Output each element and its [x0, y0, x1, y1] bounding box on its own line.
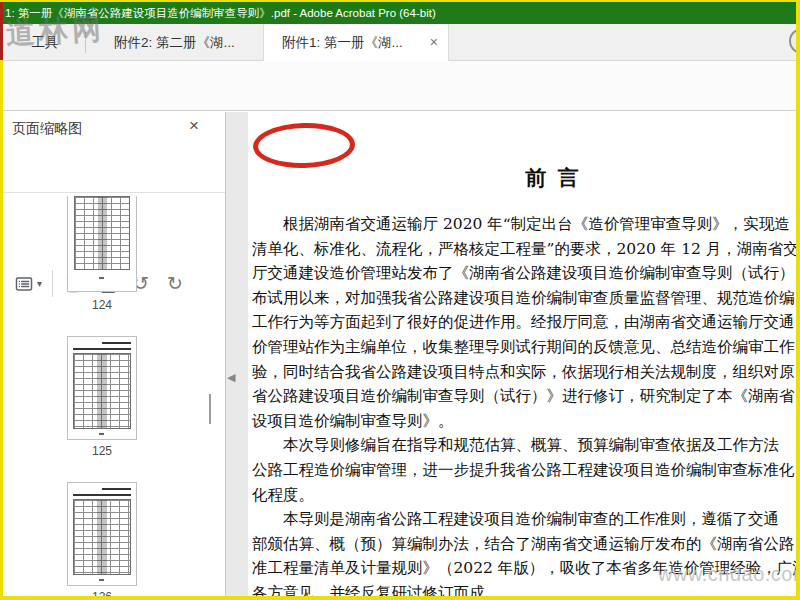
doc-line: 厅交通建设造价管理站发布了《湖南省公路建设项目造价编制审查导则（试行）: [252, 261, 800, 286]
border-left: [0, 0, 3, 600]
rotate-cw-icon: ↻: [167, 274, 183, 294]
border-bottom: [0, 596, 800, 600]
acrobat-window: 1: 第一册《湖南省公路建设项目造价编制审查导则》.pdf - Adobe Ac…: [0, 0, 800, 600]
thumbnail-page-124[interactable]: [67, 196, 137, 292]
doc-line: 价管理站作为主编单位，收集整理导则试行期间的反馈意见、总结造价编审工作: [252, 335, 800, 360]
watermark-bottom-right: www.cndao.com: [658, 563, 800, 586]
watermark-top-left: 道林网: [5, 9, 106, 54]
thumbnail-options-button[interactable]: [12, 272, 36, 296]
thumbnail-table-sketch: [73, 353, 132, 429]
tab-bar: 工具 附件2: 第二册《湖... 附件1: 第一册《湖... ×: [3, 24, 796, 61]
options-list-icon: [13, 273, 35, 295]
panel-divider: [3, 192, 225, 193]
title-bar: 1: 第一册《湖南省公路建设项目造价编制审查导则》.pdf - Adobe Ac…: [3, 2, 796, 24]
document-heading: 前 言: [248, 164, 800, 192]
thumbnail-table-sketch: [73, 499, 132, 575]
panel-toolbar-separator: [52, 270, 53, 297]
doc-line: 本导则是湖南省公路工程建设项目造价编制审查的工作准则，遵循了交通: [252, 507, 800, 532]
doc-line: 设项目造价编制审查导则》。: [252, 409, 800, 434]
thumbnails-panel: 页面缩略图 × ▾ ↺ ↻ 124: [3, 112, 225, 596]
thumbnail-title-line: [73, 348, 130, 350]
document-body: 根据湖南省交通运输厅 2020 年“制定出台《造价管理审查导则》，实现造 清单化…: [252, 212, 800, 600]
panel-close-icon[interactable]: ×: [189, 116, 199, 136]
tab-attachment1-active[interactable]: 附件1: 第一册《湖... ×: [263, 24, 449, 62]
tab-attachment2[interactable]: 附件2: 第二册《湖...: [87, 24, 262, 61]
border-top: [0, 0, 800, 2]
doc-line: 工作行为等方面起到了很好的促进作用。经报厅同意，由湖南省交通运输厅交通: [252, 310, 800, 335]
doc-line: 本次导则修编旨在指导和规范估算、概算、预算编制审查依据及工作方法: [252, 433, 800, 458]
doc-line: 清单化、标准化、流程化，严格核定工程量”的要求，2020 年 12 月，湖南省交: [252, 237, 800, 262]
doc-line: 省公路建设项目造价编制审查导则（试行）》进行修订，研究制定了本《湖南省: [252, 384, 800, 409]
doc-line: 布试用以来，对加强我省公路建设项目造价编制审查质量监督管理、规范造价编: [252, 286, 800, 311]
main-toolbar: / 277 72.7% ▾ ▾ •••: [3, 61, 796, 111]
thumbnail-header-line: [102, 342, 131, 344]
content-background: [226, 112, 248, 596]
thumbnail-header-line: [102, 488, 131, 490]
doc-line: 根据湖南省交通运输厅 2020 年“制定出台《造价管理审查导则》，实现造: [252, 212, 800, 237]
border-right: [796, 0, 800, 600]
doc-line: 公路工程造价编审管理，进一步提升我省公路工程建设项目造价编制审查标准化: [252, 458, 800, 483]
doc-line: 化程度。: [252, 483, 800, 508]
panel-scrollbar[interactable]: [209, 394, 211, 424]
doc-line: 部颁估算、概（预）算编制办法，结合了湖南省交通运输厅发布的《湖南省公路: [252, 532, 800, 557]
tab-close-icon[interactable]: ×: [430, 33, 438, 51]
border-left-red-segment: [0, 2, 3, 60]
window-title: 1: 第一册《湖南省公路建设项目造价编制审查导则》.pdf - Adobe Ac…: [3, 2, 796, 24]
document-page[interactable]: 前 言 根据湖南省交通运输厅 2020 年“制定出台《造价管理审查导则》，实现造…: [248, 112, 800, 596]
options-caret-icon[interactable]: ▾: [37, 279, 42, 289]
panel-title: 页面缩略图: [12, 120, 82, 138]
rotate-cw-button[interactable]: ↻: [163, 272, 187, 296]
thumbnail-page-126[interactable]: [67, 482, 137, 586]
thumbnail-title-line: [73, 494, 130, 496]
collapse-panel-icon[interactable]: ◀: [227, 371, 235, 384]
thumbnail-table-sketch: [74, 196, 130, 270]
thumbnail-page-125[interactable]: [67, 336, 137, 440]
thumbnail-label: 125: [67, 444, 137, 458]
doc-line: 验，同时结合我省公路建设项目特点和实际，依据现行相关法规制度，组织对原: [252, 360, 800, 385]
thumbnail-label: 124: [67, 298, 137, 312]
